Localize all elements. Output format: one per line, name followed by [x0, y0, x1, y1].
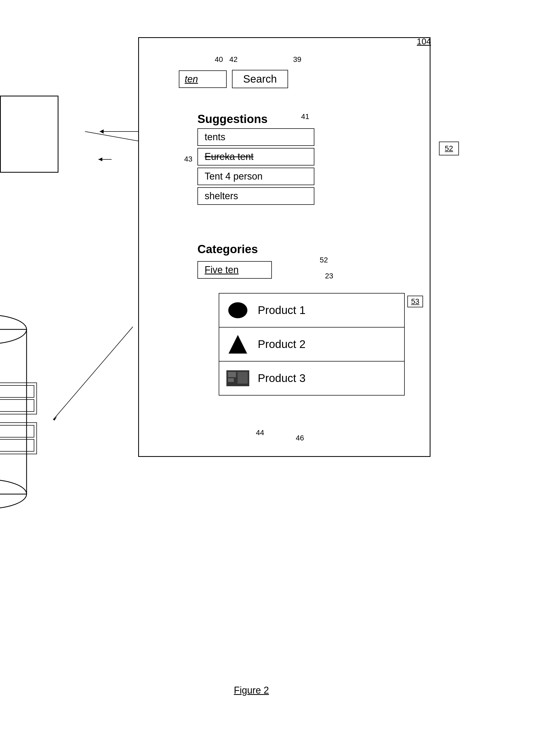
cylinder-cards: 32 34 36 32 34 36	[0, 383, 37, 454]
figure-caption: Figure 2	[234, 685, 269, 696]
product-3-name: Product 3	[258, 372, 306, 385]
suggestion-tent4[interactable]: Tent 4 person	[197, 168, 315, 185]
five-ten-box[interactable]: Five ten	[197, 261, 272, 279]
svg-marker-5	[53, 416, 57, 421]
label-52-mid: 52	[320, 256, 328, 264]
product-1-icon	[226, 298, 250, 322]
card-inner-36-2: 36	[0, 439, 34, 452]
card-inner-34-2: 34	[0, 425, 34, 438]
card-outer-1: 34 36	[0, 383, 37, 414]
svg-marker-9	[98, 158, 102, 161]
search-area: ten Search	[179, 70, 288, 88]
svg-marker-11	[228, 335, 247, 354]
suggestion-shelters[interactable]: shelters	[197, 187, 315, 205]
label-104: 104	[417, 37, 431, 46]
suggestion-eureka[interactable]: Eureka tent	[197, 148, 315, 165]
card-group-2: 32 34 36	[0, 422, 37, 454]
svg-rect-15	[237, 372, 248, 384]
label-53: 53	[407, 296, 423, 307]
product-3-icon	[226, 366, 250, 390]
svg-marker-3	[100, 129, 104, 134]
card-inner-34-1: 34	[0, 385, 34, 398]
box-104: 104 40 42 39 ten Search Suggestions 41 4…	[138, 37, 431, 457]
label-44: 44	[256, 428, 264, 437]
svg-rect-13	[228, 372, 236, 377]
products-box: Product 1 Product 2	[219, 293, 405, 396]
label-43: 43	[184, 155, 192, 163]
categories-heading: Categories	[197, 243, 258, 256]
label-23: 23	[325, 272, 333, 280]
suggestions-heading: Suggestions	[197, 112, 267, 126]
card-inner-36-1: 36	[0, 399, 34, 412]
box-14: 50 14	[0, 96, 58, 173]
suggestion-tents[interactable]: tents	[197, 128, 315, 146]
label-40: 40	[215, 55, 223, 64]
svg-point-10	[228, 302, 247, 318]
diagram-area: 104 40 42 39 ten Search Suggestions 41 4…	[53, 21, 505, 712]
product-2-icon	[226, 332, 250, 356]
box-52-top: 52	[439, 142, 459, 155]
product-row-1[interactable]: Product 1	[219, 294, 404, 328]
product-row-2[interactable]: Product 2	[219, 328, 404, 362]
search-input[interactable]: ten	[179, 70, 227, 88]
card-outer-2: 34 36	[0, 422, 37, 454]
svg-line-4	[53, 327, 133, 420]
product-1-name: Product 1	[258, 304, 306, 317]
label-39: 39	[293, 55, 301, 64]
product-2-name: Product 2	[258, 338, 306, 351]
label-52-top: 52	[445, 144, 453, 152]
svg-rect-14	[228, 378, 234, 382]
label-46: 46	[296, 434, 304, 442]
suggestion-list: tents Eureka tent Tent 4 person shelters	[197, 128, 315, 205]
card-group-1: 32 34 36	[0, 383, 37, 414]
label-41: 41	[301, 112, 309, 121]
search-button[interactable]: Search	[232, 70, 288, 88]
product-row-3[interactable]: Product 3	[219, 362, 404, 395]
label-42: 42	[229, 55, 237, 64]
